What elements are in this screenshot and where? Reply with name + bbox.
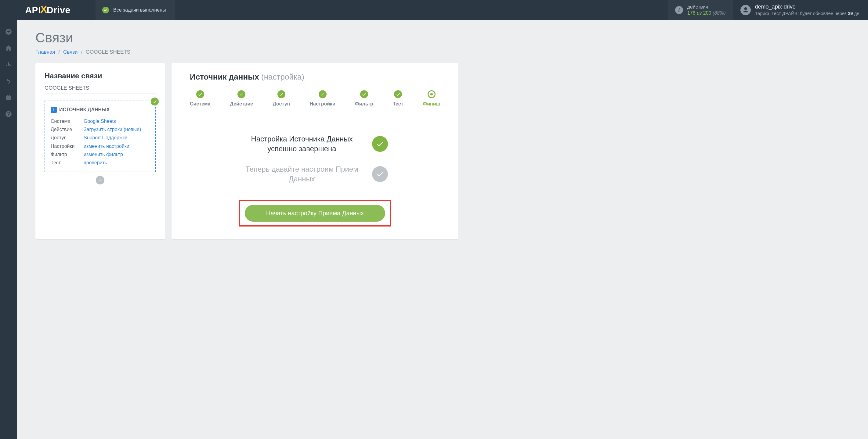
source-row: Тестпроверить <box>51 159 150 167</box>
check-icon <box>360 90 368 98</box>
conn-name[interactable]: GOOGLE SHEETS <box>44 83 156 94</box>
check-icon <box>394 90 402 98</box>
card-wizard: Источник данных (настройка) СистемаДейст… <box>172 63 458 239</box>
step-тест[interactable]: Тест <box>393 90 403 107</box>
status-done-text: Настройка Источника Данных успешно завер… <box>238 134 366 154</box>
check-icon <box>319 90 327 98</box>
source-row-key: Действие <box>51 125 84 134</box>
check-icon <box>196 90 204 98</box>
step-действие[interactable]: Действие <box>230 90 253 107</box>
user-tariff: Тариф |Тест ДРАЙВ| будет обновлён через … <box>755 10 861 16</box>
source-row-key: Система <box>51 117 84 125</box>
topbar-right: i действия: 176 из 200 (88%) demo_apix-d… <box>668 0 868 20</box>
actions-label: действия: <box>687 4 726 10</box>
page-title: Связи <box>35 30 868 45</box>
content: Связи Главная / Связи / GOOGLE SHEETS На… <box>17 20 868 439</box>
step-label: Настройки <box>309 101 335 107</box>
breadcrumb-home[interactable]: Главная <box>35 49 55 55</box>
step-dot-icon <box>428 90 436 98</box>
step-label: Доступ <box>273 101 290 107</box>
step-настройки[interactable]: Настройки <box>309 90 335 107</box>
source-row-key: Фильтр <box>51 150 84 159</box>
user-text: demo_apix-drive Тариф |Тест ДРАЙВ| будет… <box>755 3 861 16</box>
source-row-value[interactable]: Google Sheets <box>84 117 116 125</box>
logo[interactable]: APIXDrive <box>0 0 96 20</box>
source-row-value[interactable]: Загрузить строки (новые) <box>84 125 141 134</box>
breadcrumb-links[interactable]: Связи <box>63 49 78 55</box>
source-number: 1 <box>51 107 57 113</box>
actions-pct: (88%) <box>713 10 726 15</box>
x-icon: X <box>40 3 47 15</box>
tasks-label: Все задачи выполнены <box>113 7 166 13</box>
logo-text: APIXDrive <box>25 4 70 16</box>
status-done: Настройка Источника Данных успешно завер… <box>238 134 392 154</box>
status-pending-text: Теперь давайте настроим Прием Данных <box>238 164 366 184</box>
step-label: Система <box>190 101 210 107</box>
actions-of: из <box>697 10 702 15</box>
breadcrumb-sep: / <box>58 49 60 55</box>
breadcrumb-current: GOOGLE SHEETS <box>86 49 130 55</box>
plus-icon: + <box>98 177 102 183</box>
source-head: 1 ИСТОЧНИК ДАННЫХ <box>51 107 150 113</box>
step-финиш[interactable]: Финиш <box>423 90 440 107</box>
source-box[interactable]: 1 ИСТОЧНИК ДАННЫХ СистемаGoogle SheetsДе… <box>44 101 156 172</box>
sidebar-item-enter[interactable] <box>0 24 17 40</box>
source-row: Настройкиизменить настройки <box>51 142 150 150</box>
source-row-key: Настройки <box>51 142 84 150</box>
source-row-key: Тест <box>51 159 84 167</box>
sidebar-item-home[interactable] <box>0 40 17 57</box>
sidebar-item-help[interactable] <box>0 106 17 122</box>
step-доступ[interactable]: Доступ <box>273 90 290 107</box>
columns: Название связи GOOGLE SHEETS 1 ИСТОЧНИК … <box>35 63 868 239</box>
check-icon <box>151 98 159 105</box>
actions-total: 200 <box>703 10 711 15</box>
conn-title: Название связи <box>44 72 156 80</box>
avatar-icon <box>740 5 751 15</box>
status-pending: Теперь давайте настроим Прием Данных <box>238 164 392 184</box>
check-icon <box>238 90 245 98</box>
source-row-key: Доступ <box>51 134 84 142</box>
source-row: Фильтризменить фильтр <box>51 150 150 159</box>
actions-block[interactable]: i действия: 176 из 200 (88%) <box>668 0 733 20</box>
actions-text: действия: 176 из 200 (88%) <box>687 4 726 15</box>
step-label: Финиш <box>423 101 440 107</box>
wizard-title: Источник данных (настройка) <box>190 72 440 82</box>
step-label: Тест <box>393 101 403 107</box>
step-система[interactable]: Система <box>190 90 210 107</box>
source-row: ДействиеЗагрузить строки (новые) <box>51 125 150 134</box>
card-connection: Название связи GOOGLE SHEETS 1 ИСТОЧНИК … <box>35 63 165 239</box>
check-icon <box>102 7 109 13</box>
source-row-value[interactable]: проверить <box>84 159 107 167</box>
user-name: demo_apix-drive <box>755 3 861 10</box>
cta-highlight: Начать настройку Приема Данных <box>239 200 391 227</box>
actions-used: 176 <box>687 10 695 15</box>
sidebar-item-connections[interactable] <box>0 57 17 73</box>
topbar: APIXDrive Все задачи выполнены i действи… <box>0 0 868 20</box>
steps: СистемаДействиеДоступНастройкиФильтрТест… <box>190 90 440 107</box>
source-row-value[interactable]: Support Поддержка <box>84 134 128 142</box>
step-label: Действие <box>230 101 253 107</box>
check-icon <box>372 136 388 152</box>
source-head-label: ИСТОЧНИК ДАННЫХ <box>59 107 110 112</box>
breadcrumb-sep: / <box>81 49 83 55</box>
step-фильтр[interactable]: Фильтр <box>355 90 373 107</box>
add-button[interactable]: + <box>96 176 104 184</box>
status-block: Настройка Источника Данных успешно завер… <box>190 134 440 184</box>
sidebar <box>0 20 17 439</box>
step-label: Фильтр <box>355 101 373 107</box>
check-icon <box>277 90 285 98</box>
source-row-value[interactable]: изменить настройки <box>84 142 129 150</box>
tasks-status: Все задачи выполнены <box>96 0 175 20</box>
start-destination-button[interactable]: Начать настройку Приема Данных <box>245 205 385 222</box>
wizard-subtitle: (настройка) <box>261 72 304 81</box>
source-row-value[interactable]: изменить фильтр <box>84 150 123 159</box>
source-row: СистемаGoogle Sheets <box>51 117 150 125</box>
check-icon <box>372 166 388 182</box>
info-icon: i <box>675 6 683 14</box>
source-row: ДоступSupport Поддержка <box>51 134 150 142</box>
breadcrumb: Главная / Связи / GOOGLE SHEETS <box>35 49 868 55</box>
sidebar-item-billing[interactable] <box>0 73 17 89</box>
user-block[interactable]: demo_apix-drive Тариф |Тест ДРАЙВ| будет… <box>733 0 868 20</box>
sidebar-item-briefcase[interactable] <box>0 89 17 106</box>
